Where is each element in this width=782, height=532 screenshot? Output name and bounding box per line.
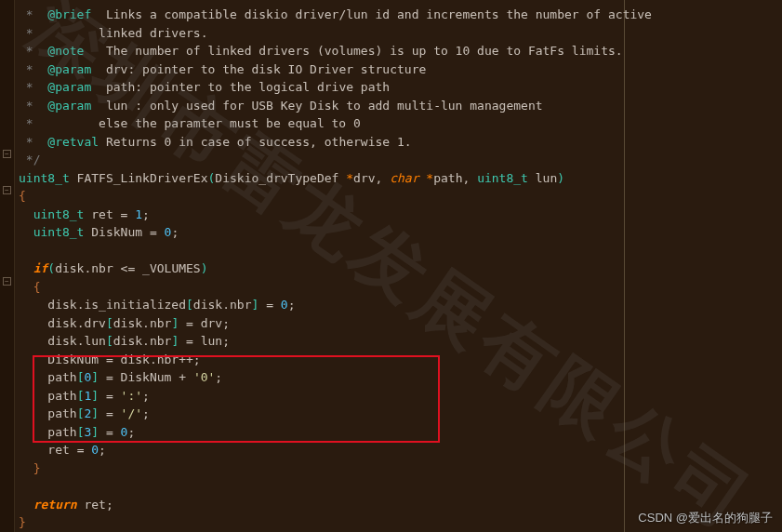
fold-marker[interactable]: − xyxy=(3,277,11,286)
code-block: * @brief Links a compatible diskio drive… xyxy=(15,0,782,532)
fold-marker[interactable]: − xyxy=(3,150,11,158)
fold-marker[interactable]: − xyxy=(3,186,11,194)
credit-label: CSDN @爱出名的狗腿子 xyxy=(638,509,773,527)
fold-gutter: − − − xyxy=(0,0,15,532)
